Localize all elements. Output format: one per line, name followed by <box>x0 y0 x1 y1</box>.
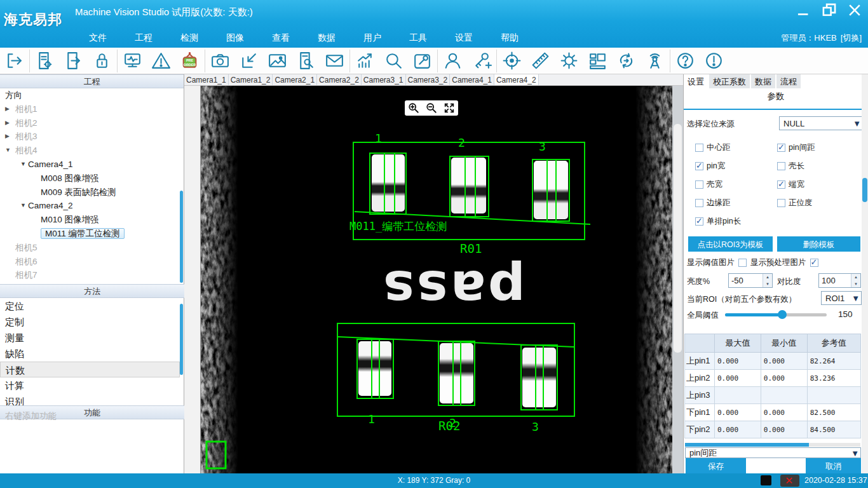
checkbox-单排pin长[interactable]: 单排pin长 <box>695 216 741 226</box>
method-item-计数[interactable]: 计数 <box>0 362 180 377</box>
fit-view-icon[interactable] <box>444 102 455 114</box>
doc-search-icon[interactable] <box>292 48 320 74</box>
tree-item-相机7[interactable]: 相机7 <box>0 268 180 282</box>
menu-item-图像[interactable]: 图像 <box>212 30 258 46</box>
step-up-icon[interactable]: ▲ <box>851 274 860 281</box>
checkbox-box[interactable] <box>777 199 785 207</box>
about-icon[interactable] <box>700 48 728 74</box>
table-row[interactable]: 上pin10.0000.00082.264 <box>685 353 861 370</box>
step-up-icon[interactable]: ▲ <box>763 274 772 281</box>
zoom-out-icon[interactable] <box>426 102 437 114</box>
viewer-scrollbar[interactable] <box>672 86 683 473</box>
statistics-icon[interactable] <box>351 48 379 74</box>
expanded-arrow-icon[interactable]: ▼ <box>20 158 26 172</box>
tree-scrollbar[interactable] <box>180 191 183 283</box>
toolbox-icon[interactable] <box>408 48 437 74</box>
search-icon[interactable] <box>379 48 408 74</box>
slider-thumb[interactable] <box>778 310 787 319</box>
checkbox-box[interactable] <box>695 199 703 207</box>
checkbox-壳宽[interactable]: 壳宽 <box>695 179 722 189</box>
tree-item-M011-编带工位检测[interactable]: M011 编带工位检测 <box>0 227 180 241</box>
pre-order-icon[interactable]: PREORDER <box>175 48 204 74</box>
step-down-icon[interactable]: ▼ <box>851 281 860 288</box>
checkbox-box[interactable] <box>777 180 785 189</box>
menu-item-工具[interactable]: 工具 <box>395 30 441 46</box>
tree-item-M008-图像增强[interactable]: M008 图像增强 <box>0 172 180 186</box>
method-item-定制[interactable]: 定制 <box>0 314 180 330</box>
broadcast-icon[interactable] <box>641 48 669 74</box>
panel-tab-设置[interactable]: 设置 <box>684 74 709 88</box>
tree-item-相机1[interactable]: ▶相机1 <box>0 102 180 116</box>
monitor-icon[interactable] <box>118 48 147 74</box>
doc-settings-icon[interactable] <box>31 48 59 74</box>
panel-tab-流程[interactable]: 流程 <box>776 74 802 88</box>
screenshot-icon[interactable] <box>234 48 263 74</box>
table-row[interactable]: 下pin10.0000.00082.500 <box>685 404 861 421</box>
checkbox-box[interactable] <box>695 162 703 170</box>
save-button[interactable]: 保存 <box>686 458 746 473</box>
checkbox-box[interactable] <box>695 217 703 226</box>
tree-item-方向[interactable]: 方向 <box>0 88 180 102</box>
expanded-arrow-icon[interactable]: ▼ <box>5 144 11 158</box>
lock-icon[interactable] <box>88 48 116 74</box>
collapsed-arrow-icon[interactable]: ▶ <box>5 102 10 116</box>
table-row[interactable]: 上pin3 <box>685 387 861 404</box>
tree-item-相机3[interactable]: ▶相机3 <box>0 130 180 144</box>
tree-item-M010-图像增强[interactable]: M010 图像增强 <box>0 213 180 227</box>
show-threshold-checkbox[interactable] <box>738 259 747 267</box>
method-item-计算[interactable]: 计算 <box>0 377 180 393</box>
source-dropdown[interactable]: NULL ▼ <box>779 116 863 130</box>
checkbox-pin宽[interactable]: pin宽 <box>695 161 725 171</box>
camera-tab-Camera1_1[interactable]: Camera1_1 <box>184 74 229 85</box>
camera-tab-Camera3_1[interactable]: Camera3_1 <box>362 74 406 85</box>
panel-tab-数据[interactable]: 数据 <box>751 74 776 88</box>
ruler-icon[interactable] <box>526 48 555 74</box>
menu-item-用户[interactable]: 用户 <box>349 30 395 46</box>
tree-item-M009-表面缺陷检测[interactable]: M009 表面缺陷检测 <box>0 186 180 200</box>
checkbox-box[interactable] <box>777 144 785 152</box>
camera-tab-Camera3_2[interactable]: Camera3_2 <box>406 74 451 85</box>
contrast-stepper[interactable]: 100 ▲▼ <box>818 273 861 288</box>
menu-item-检测[interactable]: 检测 <box>166 30 212 46</box>
sync-icon[interactable] <box>612 48 641 74</box>
user-icon[interactable] <box>438 48 467 74</box>
menu-item-数据[interactable]: 数据 <box>304 30 349 46</box>
checkbox-端宽[interactable]: 端宽 <box>777 179 804 189</box>
tree-item-相机4[interactable]: ▼相机4 <box>0 144 180 158</box>
menu-item-帮助[interactable]: 帮助 <box>487 30 532 46</box>
brightness-stepper[interactable]: -50 ▲▼ <box>728 273 773 288</box>
minimize-icon[interactable] <box>796 3 812 18</box>
camera-icon[interactable] <box>206 48 234 74</box>
camera-tab-Camera2_1[interactable]: Camera2_1 <box>273 74 317 85</box>
checkbox-边缘距[interactable]: 边缘距 <box>695 198 731 208</box>
tree-item-Camera4_2[interactable]: ▼Camera4_2 <box>0 199 180 213</box>
checkbox-box[interactable] <box>777 162 785 170</box>
menu-item-查看[interactable]: 查看 <box>258 30 304 46</box>
camera-tab-Camera2_2[interactable]: Camera2_2 <box>317 74 362 85</box>
doc-export-icon[interactable] <box>59 48 88 74</box>
camera-image-canvas[interactable]: pass 1 2 3 <box>184 86 683 473</box>
menu-item-工程[interactable]: 工程 <box>121 30 166 46</box>
table-row[interactable]: 下pin20.0000.00084.500 <box>685 421 861 438</box>
checkbox-box[interactable] <box>695 180 703 189</box>
collapsed-arrow-icon[interactable]: ▶ <box>5 130 10 144</box>
menu-item-设置[interactable]: 设置 <box>441 30 487 46</box>
key-add-icon[interactable] <box>467 48 496 74</box>
help-icon[interactable] <box>671 48 700 74</box>
camera-tab-Camera1_2[interactable]: Camera1_2 <box>229 74 273 85</box>
checkbox-box[interactable] <box>695 144 703 152</box>
table-row[interactable]: 上pin20.0000.00083.236 <box>685 370 861 387</box>
layout-icon[interactable] <box>583 48 612 74</box>
menu-item-文件[interactable]: 文件 <box>75 30 121 46</box>
show-preprocess-checkbox[interactable] <box>810 259 818 267</box>
mail-icon[interactable] <box>320 48 349 74</box>
checkbox-pin间距[interactable]: pin间距 <box>777 142 815 152</box>
collapsed-arrow-icon[interactable]: ▶ <box>5 116 10 130</box>
zoom-in-icon[interactable] <box>408 102 419 114</box>
panel-tab-校正系数[interactable]: 校正系数 <box>709 74 751 88</box>
current-roi-dropdown[interactable]: ROI1 ▼ <box>821 291 862 305</box>
gear-icon[interactable] <box>555 48 583 74</box>
image-icon[interactable] <box>263 48 292 74</box>
method-item-测量[interactable]: 测量 <box>0 330 180 346</box>
method-item-缺陷[interactable]: 缺陷 <box>0 346 180 362</box>
